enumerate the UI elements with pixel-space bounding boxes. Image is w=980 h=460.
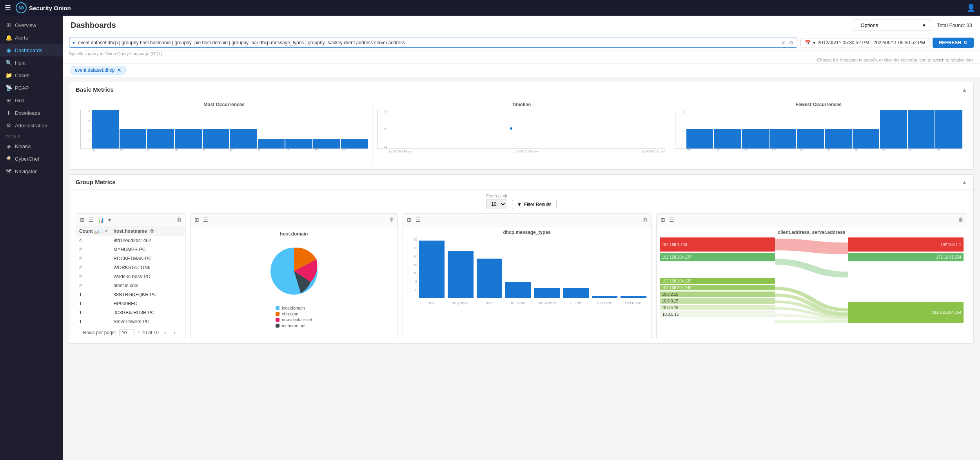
cyberchef-icon: 🍳 (5, 156, 12, 162)
refresh-button[interactable]: REFRESH ↻ (933, 38, 974, 48)
filter-chip-close-icon[interactable]: ✕ (117, 67, 122, 73)
sankey-node-right-192-168-204-254: 192.168.204.254 (848, 302, 964, 323)
dhcp-bar-labels: ACK REQUEST NAK INFORM DISCOVER OFFER DE… (408, 301, 646, 305)
bar-fewest-9[interactable] (908, 110, 935, 149)
bar-jc3gb[interactable] (313, 139, 340, 149)
sidebar-item-cases[interactable]: 📁 Cases (0, 69, 63, 81)
table-row[interactable]: 1StevePowers-PC (76, 317, 185, 326)
query-hint: Specify a query in Onion Query Language … (63, 51, 980, 58)
hostname-delete-icon[interactable]: 🗑 (150, 228, 154, 234)
query-clear-icon[interactable]: ✕ (781, 40, 786, 46)
sidebar-item-pcap[interactable]: 📡 PCAP (0, 81, 63, 94)
sankey-grid-icon[interactable]: ⊞ (660, 216, 666, 224)
bar-request[interactable] (448, 251, 474, 298)
prev-page-button[interactable]: ‹ (162, 329, 169, 337)
pie-list-icon[interactable]: ☰ (202, 216, 209, 224)
bar-decline[interactable] (592, 296, 618, 298)
next-page-button[interactable]: › (172, 329, 178, 337)
table-row[interactable]: 138NTRGDFQKR-PC (76, 290, 185, 299)
filter-results-button[interactable]: ▼ Filter Results (512, 200, 557, 209)
hostname-cell: StevePowers-PC (111, 317, 185, 326)
bar-rocketman[interactable] (147, 129, 174, 149)
sidebar-item-administration[interactable]: ⚙ Administration (0, 119, 63, 132)
main-content: Dashboards Options ▾ Total Found: 33 ▾ e… (63, 16, 980, 460)
bar-grid-icon[interactable]: ⊞ (406, 216, 412, 224)
rows-per-page-select[interactable]: 10 25 50 (119, 329, 134, 336)
bar-myhumps[interactable] (120, 129, 147, 149)
filter-chip-dhcp[interactable]: event.dataset:dhcp ✕ (71, 66, 126, 74)
query-chevron-icon[interactable]: ▾ (73, 40, 75, 45)
query-row[interactable]: ▾ event.dataset:dhcp | groupby host.host… (69, 38, 797, 48)
bar-workstation6[interactable] (175, 129, 202, 149)
bar-list-icon[interactable]: ☰ (415, 216, 421, 224)
sidebar-item-cyberchef[interactable]: 🍳 CyberChef (0, 152, 63, 165)
hamburger-menu[interactable]: ☰ (5, 4, 11, 12)
rows-per-page-label: Rows per page: (83, 330, 116, 335)
table-chart-icon[interactable]: 📊 (97, 216, 105, 224)
bar-fewest-2[interactable] (714, 129, 741, 149)
count-sort-icon[interactable]: ↕ (101, 229, 103, 234)
bar-fewest-3[interactable] (742, 129, 769, 149)
bar-fewest-10[interactable] (935, 110, 962, 149)
bar-btest[interactable] (230, 129, 257, 149)
bar-38nt[interactable] (258, 139, 285, 149)
bar-fewest-1[interactable] (686, 129, 713, 149)
sidebar-item-overview[interactable]: ⊞ Overview (0, 19, 63, 31)
bar-wade[interactable] (203, 129, 230, 149)
table-row[interactable]: 2ROCKETMAN-PC (76, 254, 185, 263)
bar-ack[interactable] (419, 241, 445, 298)
table-row[interactable]: 2btest.is.cool (76, 281, 185, 290)
bar-offer[interactable] (563, 288, 589, 298)
table-row[interactable]: 1HP900BFC (76, 299, 185, 308)
bar-stevepowers[interactable] (341, 139, 368, 149)
count-chart-icon[interactable]: 📊 (94, 229, 100, 234)
sankey-delete-icon[interactable]: 🗑 (958, 217, 964, 223)
options-chevron-icon: ▾ (923, 22, 926, 28)
time-range-selector[interactable]: 📅 ▾ 2012/05/11 05:30:52 PM - 2022/05/11 … (800, 38, 929, 47)
group-metrics-collapse-icon[interactable]: ▲ (962, 179, 967, 185)
table-delete-icon[interactable]: 🗑 (176, 217, 182, 223)
table-row[interactable]: 1JC3GB6JRD3R-PC (76, 308, 185, 317)
sidebar-item-kibana[interactable]: ◈ Kibana (0, 140, 63, 152)
fetch-limit-select[interactable]: 10 25 50 (486, 199, 506, 209)
bar-fewest-5[interactable] (797, 129, 824, 149)
table-more-icon[interactable]: ▾ (107, 216, 112, 224)
basic-metrics-collapse-icon[interactable]: ▲ (962, 87, 967, 93)
bar-fewest-7[interactable] (853, 129, 880, 149)
dhcp-bar-chart: 302520151050 (408, 237, 646, 300)
sidebar-label-pcap: PCAP (15, 85, 29, 91)
bar-fewest-4[interactable] (769, 129, 797, 149)
hostname-cell: WORKSTATION6 (111, 263, 185, 272)
sidebar-label-administration: Administration (15, 123, 47, 129)
table-row[interactable]: 2WORKSTATION6 (76, 263, 185, 272)
sidebar-item-grid[interactable]: ⊞ Grid (0, 94, 63, 107)
table-row[interactable]: 48fd12edd2dc1462 (76, 236, 185, 245)
table-row[interactable]: 2Wade-is-boss-PC (76, 272, 185, 281)
sidebar-item-downloads[interactable]: ⬇ Downloads (0, 107, 63, 119)
pie-grid-icon[interactable]: ⊞ (194, 216, 200, 224)
bar-fewest-8[interactable] (880, 110, 907, 149)
bar-delete-icon[interactable]: 🗑 (642, 217, 648, 223)
options-button[interactable]: Options ▾ (854, 20, 932, 31)
pie-delete-icon[interactable]: 🗑 (389, 217, 394, 223)
bar-release[interactable] (621, 296, 646, 298)
sankey-list-icon[interactable]: ☰ (668, 216, 675, 224)
table-row[interactable]: 2MYHUMPS-PC (76, 245, 185, 254)
bar-discover[interactable] (534, 288, 560, 298)
user-icon[interactable]: 👤 (967, 4, 975, 12)
sankey-node-10-0-5-15: 10.0.5.15 (660, 311, 775, 317)
bar-fewest-6[interactable] (825, 129, 852, 149)
query-settings-icon[interactable]: ⚙ (789, 40, 794, 46)
sidebar-item-navigator[interactable]: 🗺 Navigator (0, 165, 63, 177)
table-list-view-icon[interactable]: ☰ (88, 216, 94, 224)
table-grid-view-icon[interactable]: ⊞ (79, 216, 85, 224)
fewest-x-labels: 38NTRGDFQKR-PC HP900BFC JC3GB6JRD3R-PC S… (675, 149, 962, 165)
bar-nak[interactable] (477, 259, 503, 298)
count-more-icon[interactable]: ▾ (105, 229, 107, 234)
sidebar-item-hunt[interactable]: 🔍 Hunt (0, 56, 63, 69)
sidebar-item-dashboards[interactable]: ◉ Dashboards (0, 44, 63, 56)
bar-hp900[interactable] (285, 139, 312, 149)
bar-inform[interactable] (505, 282, 531, 298)
bar-8fd12[interactable] (92, 110, 119, 149)
sidebar-item-alerts[interactable]: 🔔 Alerts (0, 31, 63, 44)
